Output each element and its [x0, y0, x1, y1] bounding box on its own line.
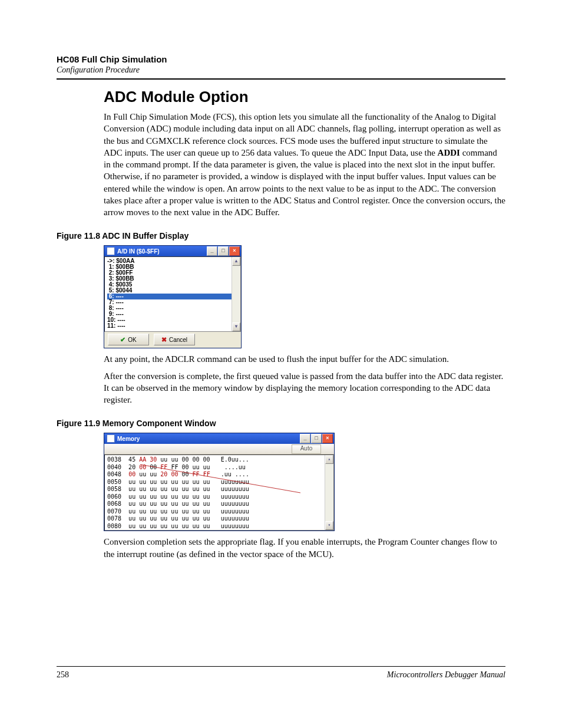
memory-titlebar[interactable]: Memory _ □ ×	[104, 433, 334, 444]
memory-row: 0038 45 AA 30 uu uu 00 00 00 E.0uu...	[107, 456, 333, 464]
x-icon: ✖	[161, 336, 167, 344]
memory-row: 0078 uu uu uu uu uu uu uu uu uuuuuuuu	[107, 515, 333, 523]
scroll-up-icon[interactable]: ▴	[232, 257, 240, 266]
list-item[interactable]: 9: ----	[107, 311, 240, 317]
maximize-button[interactable]: □	[218, 246, 229, 256]
scroll-track[interactable]	[232, 266, 240, 322]
list-item[interactable]: 6: ----	[107, 294, 232, 299]
section-heading: ADC Module Option	[104, 88, 505, 106]
memory-row: 0050 uu uu uu uu uu uu uu uu uuuuuuuu	[107, 479, 333, 486]
memory-hex-view[interactable]: 0038 45 AA 30 uu uu 00 00 00 E.0uu...004…	[104, 454, 334, 531]
manual-name: Microcontrollers Debugger Manual	[387, 670, 505, 680]
memory-window-title: Memory	[117, 436, 300, 442]
adc-buffer-list[interactable]: ->: $00AA 1: $00BB 2: $00FF 3: $00BB 4: …	[104, 256, 241, 332]
scroll-down-icon[interactable]: ▾	[325, 521, 333, 530]
adc-titlebar[interactable]: A/D IN ($0-$FF) _ □ ×	[104, 246, 241, 256]
p1-bold-addi: ADDI	[438, 148, 460, 157]
list-item[interactable]: 7: ----	[107, 299, 240, 305]
check-icon: ✔	[120, 336, 125, 344]
list-item[interactable]: 11: ----	[107, 323, 240, 329]
adc-window-title: A/D IN ($0-$FF)	[117, 248, 207, 255]
maximize-button[interactable]: □	[311, 434, 322, 443]
memory-row: 0058 uu uu uu uu uu uu uu uu uuuuuuuu	[107, 486, 333, 493]
memory-toolbar: Auto	[104, 444, 334, 454]
window-buttons: _ □ ×	[207, 246, 240, 256]
scroll-track[interactable]	[325, 464, 333, 521]
window-icon	[107, 434, 115, 443]
scroll-up-icon[interactable]: ▴	[325, 455, 333, 464]
list-item[interactable]: 5: $0044	[107, 288, 240, 294]
cancel-label: Cancel	[169, 337, 187, 343]
paragraph-2: At any point, the ADCLR command can be u…	[104, 353, 505, 365]
header-title: HC08 Full Chip Simulation	[57, 54, 505, 64]
page-number: 258	[57, 670, 69, 680]
paragraph-3: After the conversion is complete, the fi…	[104, 370, 505, 406]
memory-row: 0060 uu uu uu uu uu uu uu uu uuuuuuuu	[107, 493, 333, 501]
paragraph-1: In Full Chip Simulation Mode (FCS), this…	[104, 111, 505, 218]
page-header: HC08 Full Chip Simulation Configuration …	[57, 54, 505, 75]
header-subtitle: Configuration Procedure	[57, 65, 505, 75]
p1-text-b: command in the command prompt. If the da…	[104, 148, 505, 217]
memory-window-container: Memory _ □ × Auto 0038 45 AA 30 uu uu 00…	[104, 433, 505, 531]
header-rule	[57, 78, 505, 80]
dialog-button-row: ✔ OK ✖ Cancel	[104, 332, 241, 348]
list-item[interactable]: 10: ----	[107, 317, 240, 323]
ok-label: OK	[128, 337, 136, 343]
memory-row: 0070 uu uu uu uu uu uu uu uu uuuuuuuu	[107, 508, 333, 516]
memory-window: Memory _ □ × Auto 0038 45 AA 30 uu uu 00…	[104, 433, 335, 531]
minimize-button[interactable]: _	[300, 434, 310, 443]
memory-row: 0040 20 00 00 FF FF 00 uu uu ....uu	[107, 464, 333, 472]
window-icon	[107, 247, 115, 255]
scrollbar[interactable]: ▴ ▾	[325, 455, 333, 530]
minimize-button[interactable]: _	[207, 246, 217, 256]
figure-11-9-caption: Figure 11.9 Memory Component Window	[57, 419, 505, 428]
window-buttons: _ □ ×	[300, 434, 333, 443]
footer-rule	[57, 666, 505, 667]
adc-in-window: A/D IN ($0-$FF) _ □ × ->: $00AA 1: $00BB…	[104, 245, 242, 348]
memory-row: 0048 00 uu uu 20 00 00 FF FF .uu ....	[107, 471, 333, 479]
memory-row: 0068 uu uu uu uu uu uu uu uu uuuuuuuu	[107, 500, 333, 508]
close-button[interactable]: ×	[322, 434, 333, 443]
figure-11-8-caption: Figure 11.8 ADC IN Buffer Display	[57, 231, 505, 241]
memory-mode-button[interactable]: Auto	[292, 444, 321, 454]
page-footer: 258 Microcontrollers Debugger Manual	[57, 661, 505, 680]
adc-in-window-container: A/D IN ($0-$FF) _ □ × ->: $00AA 1: $00BB…	[104, 245, 505, 348]
list-item[interactable]: 8: ----	[107, 305, 240, 311]
scroll-down-icon[interactable]: ▾	[232, 322, 240, 331]
paragraph-4: Conversion completion sets the appropria…	[104, 536, 505, 560]
ok-button[interactable]: ✔ OK	[108, 334, 149, 345]
cancel-button[interactable]: ✖ Cancel	[154, 334, 195, 345]
close-button[interactable]: ×	[229, 246, 240, 256]
scrollbar[interactable]: ▴ ▾	[232, 257, 240, 331]
memory-row: 0080 uu uu uu uu uu uu uu uu uuuuuuuu	[107, 523, 333, 531]
